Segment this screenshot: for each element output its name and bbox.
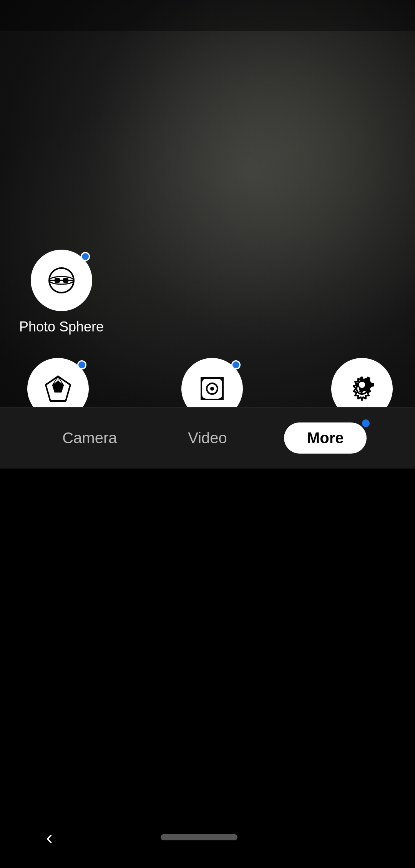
tab-more-label: More bbox=[307, 429, 344, 446]
svg-point-14 bbox=[359, 382, 365, 388]
tab-camera[interactable]: Camera bbox=[31, 407, 149, 469]
tab-camera-label: Camera bbox=[62, 429, 117, 447]
tab-bar: Camera Video More bbox=[0, 407, 415, 469]
svg-point-12 bbox=[210, 387, 214, 391]
photo-sphere-blue-dot bbox=[81, 252, 90, 261]
nav-bar: ‹ bbox=[0, 807, 415, 868]
lens-blue-dot bbox=[231, 360, 241, 369]
lens-icon bbox=[197, 373, 227, 404]
tab-more[interactable]: More bbox=[266, 407, 384, 469]
tab-video-label: Video bbox=[188, 429, 227, 447]
photo-sphere-icon-circle bbox=[31, 250, 92, 311]
photo-sphere-label: Photo Sphere bbox=[19, 319, 104, 335]
photo-sphere-icon bbox=[46, 265, 77, 296]
svg-rect-4 bbox=[63, 278, 68, 283]
status-bar bbox=[0, 0, 415, 31]
playground-blue-dot bbox=[77, 360, 86, 369]
home-indicator[interactable] bbox=[161, 834, 237, 840]
grid-row-1: Photo Sphere bbox=[23, 250, 392, 335]
tab-video[interactable]: Video bbox=[149, 407, 267, 469]
svg-rect-3 bbox=[55, 278, 60, 283]
settings-icon bbox=[347, 373, 377, 404]
grid-item-photo-sphere[interactable]: Photo Sphere bbox=[23, 250, 100, 335]
playground-icon bbox=[43, 373, 73, 404]
more-content-area bbox=[0, 469, 415, 807]
back-button[interactable]: ‹ bbox=[46, 826, 53, 848]
tab-more-wrap: More bbox=[284, 422, 367, 454]
tab-more-blue-dot bbox=[362, 419, 370, 427]
